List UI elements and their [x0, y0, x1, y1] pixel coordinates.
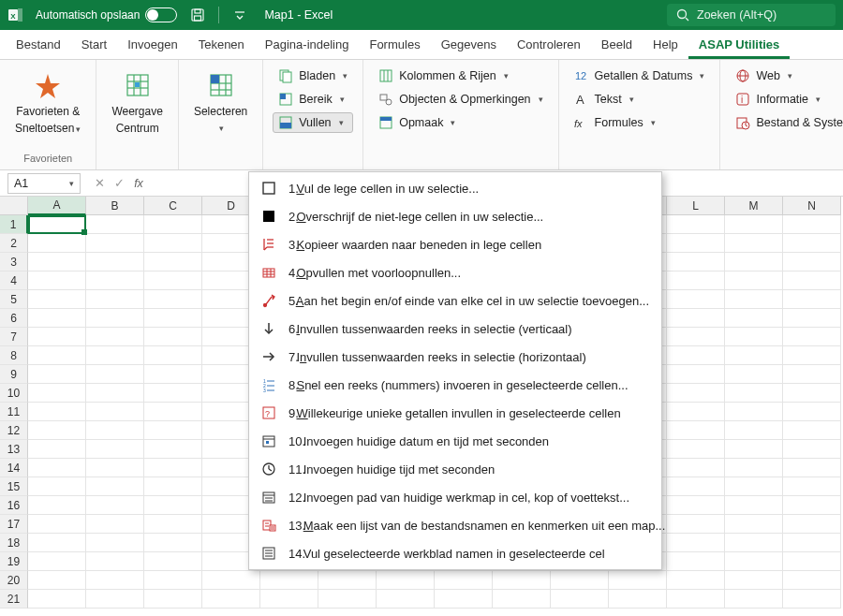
cell[interactable] — [493, 590, 551, 609]
cell[interactable] — [86, 346, 144, 365]
cell[interactable] — [144, 215, 202, 234]
cell[interactable] — [144, 346, 202, 365]
cell[interactable] — [783, 590, 841, 609]
tekst-button[interactable]: A Tekst▾ — [569, 89, 711, 110]
cell[interactable] — [667, 571, 725, 590]
opmaak-button[interactable]: Opmaak▾ — [373, 112, 548, 133]
cell[interactable] — [144, 309, 202, 328]
cell[interactable] — [144, 384, 202, 403]
row-header[interactable]: 18 — [0, 534, 28, 552]
cell[interactable] — [28, 309, 86, 328]
cell[interactable] — [725, 590, 783, 609]
row-header[interactable]: 16 — [0, 496, 28, 515]
tab-beeld[interactable]: Beeld — [591, 31, 643, 59]
cell[interactable] — [667, 459, 725, 477]
cell[interactable] — [725, 328, 783, 346]
menu-item-7[interactable]: 7. Invullen tussenwaarden reeks in selec… — [249, 343, 661, 371]
cell[interactable] — [86, 515, 144, 534]
cell[interactable] — [144, 459, 202, 477]
menu-item-13[interactable]: 13. Maak een lijst van de bestandsnamen … — [249, 511, 661, 539]
cell[interactable] — [86, 552, 144, 571]
menu-item-1[interactable]: 1. Vul de lege cellen in uw selectie... — [249, 174, 661, 202]
cell[interactable] — [28, 271, 86, 290]
cell[interactable] — [493, 571, 551, 590]
cell[interactable] — [783, 290, 841, 309]
informatie-button[interactable]: i Informatie▾ — [730, 89, 843, 110]
cell[interactable] — [144, 552, 202, 571]
cell[interactable] — [28, 384, 86, 403]
cell[interactable] — [86, 459, 144, 477]
cell[interactable] — [783, 440, 841, 459]
cell[interactable] — [783, 309, 841, 328]
cell[interactable] — [783, 496, 841, 515]
row-header[interactable]: 9 — [0, 365, 28, 384]
cell[interactable] — [86, 571, 144, 590]
cancel-formula-button[interactable]: ✕ — [91, 176, 108, 190]
cell[interactable] — [783, 384, 841, 403]
cell[interactable] — [725, 459, 783, 477]
objecten-button[interactable]: Objecten & Opmerkingen▾ — [373, 89, 548, 110]
row-header[interactable]: 15 — [0, 477, 28, 496]
cell[interactable] — [783, 534, 841, 552]
cell[interactable] — [551, 571, 609, 590]
cell[interactable] — [28, 290, 86, 309]
tab-tekenen[interactable]: Tekenen — [188, 31, 255, 59]
cell[interactable] — [667, 253, 725, 271]
cell[interactable] — [144, 534, 202, 552]
cell[interactable] — [783, 403, 841, 421]
cell[interactable] — [86, 403, 144, 421]
cell[interactable] — [667, 496, 725, 515]
cell[interactable] — [144, 421, 202, 440]
cell[interactable] — [260, 590, 318, 609]
menu-item-5[interactable]: 5. Aan het begin en/of einde van elke ce… — [249, 286, 661, 315]
column-header[interactable]: M — [725, 197, 783, 215]
formules-button[interactable]: fx Formules▾ — [569, 112, 711, 133]
cell[interactable] — [318, 571, 377, 590]
row-header[interactable]: 1 — [0, 215, 28, 234]
row-header[interactable]: 21 — [0, 590, 28, 609]
menu-item-9[interactable]: ?9. Willekeurige unieke getallen invulle… — [249, 399, 661, 427]
cell[interactable] — [783, 346, 841, 365]
cell[interactable] — [725, 365, 783, 384]
cell[interactable] — [667, 534, 725, 552]
cell[interactable] — [609, 571, 667, 590]
cell[interactable] — [260, 571, 318, 590]
cell[interactable] — [609, 590, 667, 609]
cell[interactable] — [725, 309, 783, 328]
tab-help[interactable]: Help — [643, 31, 688, 59]
cell[interactable] — [28, 234, 86, 253]
column-header[interactable]: B — [86, 197, 144, 215]
cell[interactable] — [144, 234, 202, 253]
column-header[interactable]: L — [667, 197, 725, 215]
cell[interactable] — [86, 590, 144, 609]
bestand-systeem-button[interactable]: Bestand & Systeem▾ — [730, 112, 843, 133]
quick-access-customize[interactable] — [230, 6, 249, 24]
cell[interactable] — [377, 590, 435, 609]
cell[interactable] — [144, 571, 202, 590]
row-header[interactable]: 19 — [0, 552, 28, 571]
row-header[interactable]: 8 — [0, 346, 28, 365]
bereik-button[interactable]: Bereik▾ — [273, 89, 353, 110]
cell[interactable] — [725, 421, 783, 440]
cell[interactable] — [725, 496, 783, 515]
cell[interactable] — [144, 440, 202, 459]
cell[interactable] — [28, 459, 86, 477]
column-header[interactable]: C — [144, 197, 202, 215]
cell[interactable] — [86, 290, 144, 309]
cell[interactable] — [725, 477, 783, 496]
cell[interactable] — [144, 403, 202, 421]
cell[interactable] — [783, 328, 841, 346]
cell[interactable] — [86, 253, 144, 271]
row-header[interactable]: 6 — [0, 309, 28, 328]
row-header[interactable]: 2 — [0, 234, 28, 253]
menu-item-12[interactable]: 12. Invoegen pad van huidige werkmap in … — [249, 483, 661, 511]
cell[interactable] — [318, 590, 377, 609]
accept-formula-button[interactable]: ✓ — [111, 176, 127, 190]
row-header[interactable]: 20 — [0, 571, 28, 590]
cell[interactable] — [86, 496, 144, 515]
cell[interactable] — [28, 515, 86, 534]
cell[interactable] — [667, 421, 725, 440]
cell[interactable] — [667, 384, 725, 403]
cell[interactable] — [435, 590, 493, 609]
cell[interactable] — [725, 403, 783, 421]
